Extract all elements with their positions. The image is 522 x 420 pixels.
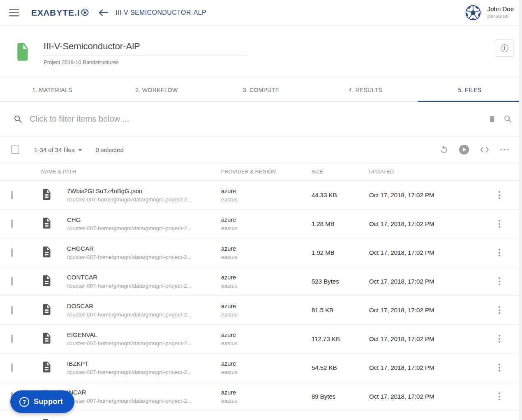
user-menu[interactable]: John Doe personal [464,4,514,21]
tab[interactable]: 1. MATERIALS [0,78,104,102]
avatar-ball-icon [465,5,481,21]
row-menu-button[interactable] [497,276,502,287]
row-checkbox[interactable] [11,219,13,228]
file-path: /cluster-007-home/gmogni/data/gmogni-pro… [67,340,221,346]
file-updated: Oct 17, 2018, 17:02 PM [369,307,477,314]
scrollbar-track[interactable] [519,0,522,420]
file-icon [41,332,52,345]
file-size: 1.28 MB [312,220,369,227]
file-name[interactable]: CONTCAR [67,274,221,281]
table-row[interactable]: CONTCAR /cluster-007-home/gmogni/data/gm… [0,267,522,296]
row-menu-button[interactable] [497,218,502,229]
file-region: eastus [221,369,312,375]
table-row[interactable]: INCAR /cluster-007-home/gmogni/data/gmog… [0,382,522,411]
file-region: eastus [221,225,312,231]
table-row[interactable]: EIGENVAL /cluster-007-home/gmogni/data/g… [0,325,522,353]
file-name[interactable]: 7Wbis2GLSuTz4nBgG.json [67,187,221,194]
row-checkbox[interactable] [11,248,13,257]
user-role: personal [487,13,514,20]
file-path: /cluster-007-home/gmogni/data/gmogni-pro… [67,196,221,203]
refresh-button[interactable] [439,145,448,154]
hamburger-menu-icon[interactable] [9,9,19,16]
tab[interactable]: 4. RESULTS [313,78,418,102]
file-provider: azure [221,332,312,338]
file-icon [41,245,52,258]
file-path: /cluster-007-home/gmogni/data/gmogni-pro… [67,254,221,260]
file-updated: Oct 17, 2018, 17:02 PM [369,393,477,400]
row-menu-button[interactable] [497,333,502,344]
file-path: /cluster-007-home/gmogni/data/gmogni-pro… [67,283,221,289]
file-provider: azure [221,188,312,194]
file-region: eastus [221,340,312,346]
row-menu-button[interactable] [497,391,502,402]
help-icon: ? [19,397,29,407]
file-updated: Oct 17, 2018, 17:02 PM [369,220,477,227]
file-provider: azure [221,303,312,309]
file-provider: azure [221,274,312,281]
column-name-path: NAME & PATH [41,169,221,175]
file-updated: Oct 17, 2018, 17:02 PM [369,335,477,342]
column-provider-region: PROVIDER & REGION [221,169,312,175]
exabyte-logo[interactable]: EXΛBYTE.I [31,8,89,18]
file-path: /cluster-007-home/gmogni/data/gmogni-pro… [67,398,221,404]
row-menu-button[interactable] [497,362,502,373]
row-menu-button[interactable] [497,247,502,258]
pagination-dropdown[interactable]: 1-34 of 34 files [34,146,82,153]
tab[interactable]: 3. COMPUTE [209,78,313,102]
logo-text: EXΛBYTE.I [31,8,80,18]
filter-bar [0,102,522,136]
code-icon [480,146,490,153]
file-name[interactable]: INCAR [67,389,221,396]
table-row[interactable]: CHGCAR /cluster-007-home/gmogni/data/gmo… [0,238,522,267]
file-name[interactable]: CHGCAR [67,245,221,252]
tab[interactable]: 5. FILES [418,78,522,102]
selected-count: 0 selected [95,146,123,153]
row-menu-button[interactable] [497,305,502,316]
back-arrow-button[interactable] [98,9,108,17]
table-row[interactable]: KPOINTS [0,411,522,420]
file-region: eastus [221,398,312,404]
tab-label: 2. WORKFLOW [136,87,178,93]
logo-ball-icon [81,9,89,16]
support-button[interactable]: ? Support [10,390,74,413]
project-subtitle: Project 2018-10 Bandstructures [44,59,247,65]
row-checkbox[interactable] [11,191,13,199]
file-name[interactable]: CHG [67,216,221,223]
table-row[interactable]: 7Wbis2GLSuTz4nBgG.json /cluster-007-home… [0,181,522,210]
run-button[interactable] [459,145,469,155]
file-region: eastus [221,283,312,289]
top-bar: EXΛBYTE.I [0,0,522,25]
file-size: 81.5 KB [312,307,369,314]
file-name[interactable]: IBZKPT [67,360,221,367]
file-provider: azure [221,245,312,252]
refresh-icon [439,145,448,154]
row-checkbox[interactable] [11,335,13,343]
select-all-checkbox[interactable] [11,145,19,154]
tab[interactable]: 2. WORKFLOW [104,78,209,102]
more-actions-button[interactable] [500,149,509,151]
file-name[interactable]: DOSCAR [67,302,221,309]
search-toggle-button[interactable] [504,115,512,123]
table-row[interactable]: IBZKPT /cluster-007-home/gmogni/data/gmo… [0,353,522,382]
filter-input[interactable] [30,114,480,124]
info-button[interactable]: i [495,39,514,57]
row-checkbox[interactable] [11,363,13,372]
project-title[interactable]: III-V-Semiconductor-AlP [44,41,247,55]
support-label: Support [34,397,63,406]
table-row[interactable]: DOSCAR /cluster-007-home/gmogni/data/gmo… [0,296,522,325]
file-icon [41,274,52,287]
app-window: EXΛBYTE.I [0,0,522,420]
file-count: 1-34 of 34 files [34,146,74,153]
row-checkbox[interactable] [11,306,13,314]
clear-filter-button[interactable] [488,115,496,123]
user-name: John Doe [487,5,514,13]
row-checkbox[interactable] [11,277,13,286]
file-updated: Oct 17, 2018, 17:02 PM [369,249,477,256]
table-row[interactable]: CHG /cluster-007-home/gmogni/data/gmogni… [0,210,522,238]
code-view-button[interactable] [480,146,490,153]
file-list: 7Wbis2GLSuTz4nBgG.json /cluster-007-home… [0,181,522,420]
file-name[interactable]: EIGENVAL [67,331,221,338]
row-menu-button[interactable] [497,189,502,201]
file-region: eastus [221,312,312,318]
file-updated: Oct 17, 2018, 17:02 PM [369,278,477,285]
